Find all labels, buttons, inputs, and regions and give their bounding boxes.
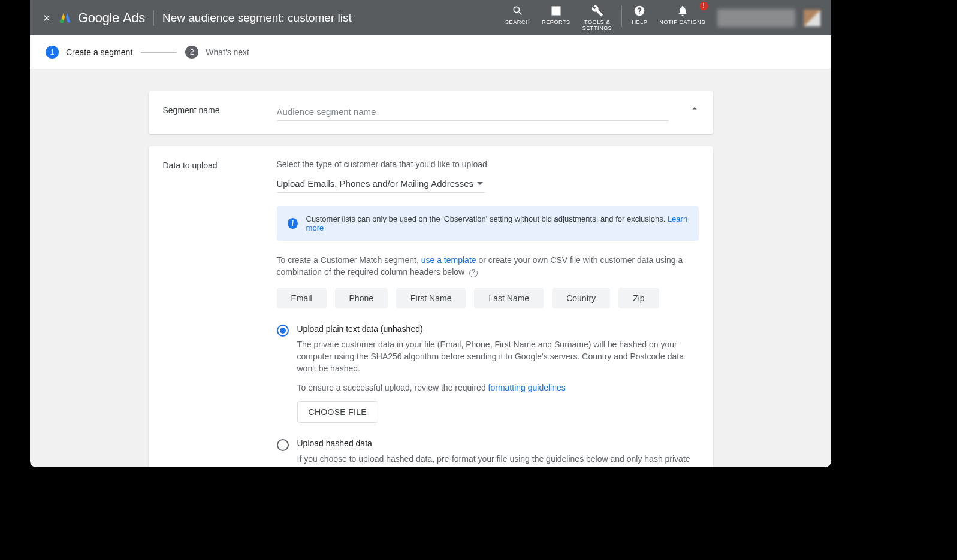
chip-zip[interactable]: Zip <box>618 288 659 308</box>
data-upload-card: Data to upload Select the type of custom… <box>149 146 713 467</box>
app-header: Google Ads New audience segment: custome… <box>30 0 831 35</box>
wrench-icon <box>591 4 603 17</box>
stepper: 1 Create a segment 2 What's next <box>30 35 831 69</box>
chip-email[interactable]: Email <box>277 288 327 308</box>
step-2[interactable]: 2 What's next <box>185 46 249 59</box>
radio-plain-text: Upload plain text data (unhashed) The pr… <box>277 324 699 423</box>
chip-phone[interactable]: Phone <box>335 288 388 308</box>
radio-plain-text-input[interactable] <box>277 325 289 337</box>
step-number: 1 <box>46 46 59 59</box>
header-separator <box>621 5 622 27</box>
radio-hashed-desc: If you choose to upload hashed data, pre… <box>297 453 699 467</box>
chip-first-name[interactable]: First Name <box>396 288 466 308</box>
chip-last-name[interactable]: Last Name <box>474 288 544 308</box>
info-banner-text: Customer lists can only be used on the '… <box>306 214 688 232</box>
step-label: What's next <box>206 47 249 57</box>
reports-label: REPORTS <box>542 20 570 26</box>
tools-label: TOOLS & SETTINGS <box>582 20 612 32</box>
step-connector <box>141 52 177 53</box>
notification-badge: ! <box>699 2 708 10</box>
radio-hashed-input[interactable] <box>277 439 289 451</box>
help-tooltip-icon[interactable]: ? <box>469 269 478 277</box>
radio-hashed: Upload hashed data If you choose to uplo… <box>277 438 699 467</box>
column-chips: Email Phone First Name Last Name Country… <box>277 288 699 308</box>
brand-text: Google Ads <box>78 10 145 26</box>
dropdown-arrow-icon <box>477 178 483 189</box>
help-button[interactable]: HELP <box>626 4 653 26</box>
close-icon[interactable] <box>41 12 53 24</box>
bell-icon <box>677 4 689 17</box>
search-label: SEARCH <box>505 20 530 26</box>
upload-mode-radio-group: Upload plain text data (unhashed) The pr… <box>277 324 699 467</box>
info-icon: i <box>288 218 298 229</box>
content-area: Segment name Data to upload Select the t… <box>30 69 831 467</box>
step-number: 2 <box>185 46 198 59</box>
step-label: Create a segment <box>66 47 132 57</box>
page-title: New audience segment: customer list <box>162 11 352 25</box>
header-icon-group: SEARCH REPORTS TOOLS & SETTINGS HELP ! <box>499 4 711 32</box>
radio-plain-ensure: To ensure a successful upload, review th… <box>297 382 699 393</box>
tools-settings-button[interactable]: TOOLS & SETTINGS <box>576 4 618 32</box>
search-button[interactable]: SEARCH <box>499 4 536 26</box>
account-switcher[interactable] <box>717 9 795 27</box>
upload-type-hint: Select the type of customer data that yo… <box>277 159 699 169</box>
notifications-label: NOTIFICATIONS <box>659 20 705 26</box>
segment-name-input[interactable] <box>277 104 669 121</box>
google-ads-logo-icon <box>59 11 72 25</box>
info-banner: i Customer lists can only be used on the… <box>277 206 699 241</box>
reports-button[interactable]: REPORTS <box>536 4 576 26</box>
brand-prefix: Google <box>78 10 119 25</box>
search-icon <box>512 4 524 17</box>
radio-plain-desc: The private customer data in your file (… <box>297 338 699 375</box>
bar-chart-icon <box>550 4 562 17</box>
header-separator <box>153 10 154 26</box>
data-upload-label: Data to upload <box>163 159 277 467</box>
chip-country[interactable]: Country <box>552 288 610 308</box>
help-icon <box>633 4 645 17</box>
upload-type-dropdown[interactable]: Upload Emails, Phones and/or Mailing Add… <box>277 177 486 193</box>
collapse-chevron-up-icon[interactable] <box>689 103 700 116</box>
template-instruction: To create a Customer Match segment, use … <box>277 254 699 279</box>
brand-suffix: Ads <box>123 10 145 25</box>
notifications-button[interactable]: ! NOTIFICATIONS <box>653 4 711 26</box>
use-template-link[interactable]: use a template <box>421 255 476 265</box>
avatar[interactable] <box>804 10 820 26</box>
radio-plain-title: Upload plain text data (unhashed) <box>297 324 699 334</box>
segment-name-card: Segment name <box>149 91 713 134</box>
svg-point-0 <box>60 19 64 23</box>
step-1[interactable]: 1 Create a segment <box>46 46 132 59</box>
help-label: HELP <box>632 20 647 26</box>
dropdown-value: Upload Emails, Phones and/or Mailing Add… <box>277 178 474 189</box>
segment-name-label: Segment name <box>163 104 277 121</box>
formatting-guidelines-link[interactable]: formatting guidelines <box>488 383 566 392</box>
radio-hashed-title: Upload hashed data <box>297 438 699 448</box>
choose-file-button[interactable]: CHOOSE FILE <box>297 401 378 423</box>
